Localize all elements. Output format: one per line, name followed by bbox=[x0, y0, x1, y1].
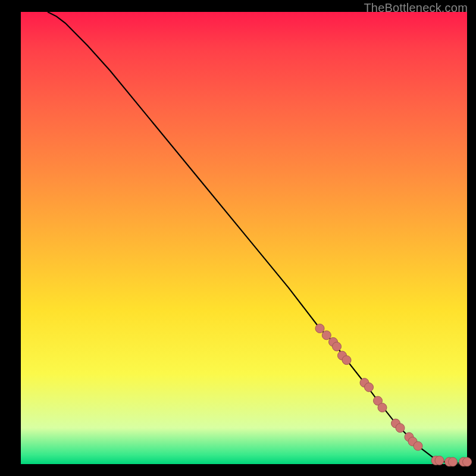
scatter-dot bbox=[414, 441, 422, 450]
scatter-dot bbox=[322, 331, 331, 340]
scatter-dot bbox=[315, 324, 324, 333]
scatter-dot bbox=[449, 458, 458, 466]
scatter-dot bbox=[333, 342, 342, 351]
scatter-dot bbox=[435, 456, 444, 465]
scatter-dot bbox=[365, 383, 374, 392]
chart-frame: TheBottleneck.com bbox=[0, 0, 476, 476]
scatter-dot bbox=[342, 356, 351, 365]
scatter-dots-group bbox=[315, 324, 472, 466]
scatter-dot bbox=[378, 403, 387, 412]
chart-overlay bbox=[21, 12, 467, 464]
scatter-dot bbox=[396, 424, 405, 433]
bottleneck-curve bbox=[48, 12, 467, 464]
scatter-dot bbox=[463, 458, 472, 466]
